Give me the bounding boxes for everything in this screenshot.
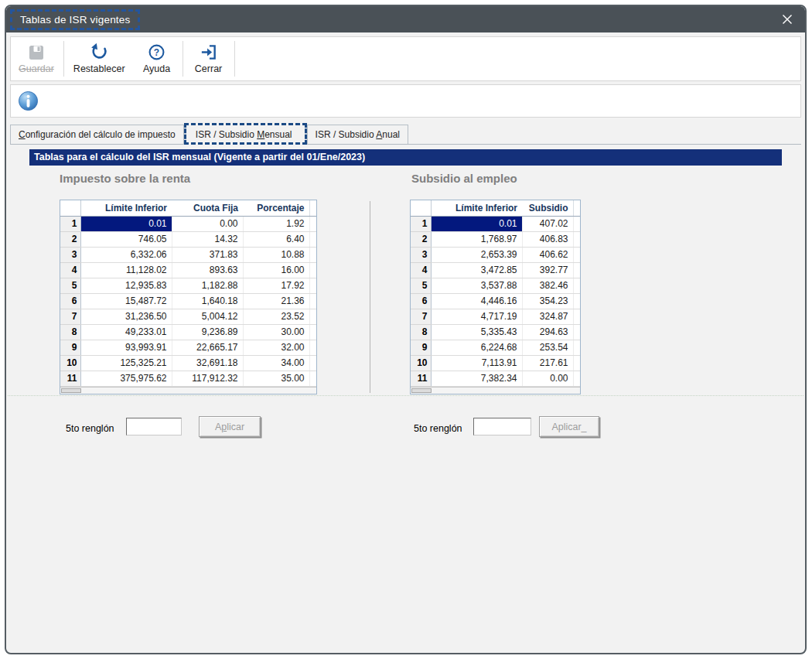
cell[interactable]: 294.63 (522, 324, 573, 340)
row-number[interactable]: 2 (60, 231, 80, 247)
isr-apply-button[interactable]: Aplicar (199, 416, 261, 437)
row-number[interactable]: 7 (60, 309, 80, 324)
horizontal-scrollbar[interactable] (411, 387, 580, 394)
filler-cell (309, 355, 316, 371)
cell[interactable]: 125,325.21 (80, 355, 172, 371)
row-number[interactable]: 9 (411, 340, 431, 355)
row-number[interactable]: 3 (60, 247, 80, 262)
cell[interactable]: 746.05 (80, 231, 172, 247)
cell[interactable]: 15,487.72 (80, 293, 172, 309)
filler-cell (309, 293, 316, 309)
close-window-button[interactable]: Cerrar (185, 37, 233, 80)
cell[interactable]: 117,912.32 (172, 371, 243, 386)
cell[interactable]: 30.00 (243, 324, 309, 340)
row-number[interactable]: 1 (411, 216, 431, 231)
cell[interactable]: 406.62 (522, 247, 573, 262)
cell[interactable]: 32,691.18 (172, 355, 243, 371)
cell[interactable]: 7,382.34 (431, 371, 522, 386)
cell[interactable]: 0.00 (172, 216, 243, 231)
row-number[interactable]: 4 (411, 262, 431, 278)
reset-button[interactable]: Restablecer (66, 37, 133, 80)
row-number[interactable]: 9 (60, 340, 80, 355)
cell[interactable]: 893.63 (172, 262, 243, 278)
cell[interactable]: 1,182.88 (172, 278, 243, 293)
row-number[interactable]: 2 (411, 231, 431, 247)
row-number[interactable]: 8 (411, 324, 431, 340)
isr-row-input[interactable] (126, 418, 182, 435)
cell[interactable]: 5,335.43 (431, 324, 522, 340)
column-header: Cuota Fija (172, 200, 243, 216)
cell[interactable]: 34.00 (243, 355, 309, 371)
row-number[interactable]: 6 (411, 293, 431, 309)
cell[interactable]: 371.83 (172, 247, 243, 262)
row-number[interactable]: 3 (411, 247, 431, 262)
tab-configuracion[interactable]: Configuración del cálculo de impuesto (10, 125, 184, 144)
cell[interactable]: 22,665.17 (172, 340, 243, 355)
cell[interactable]: 392.77 (522, 262, 573, 278)
cell[interactable]: 6.40 (243, 231, 309, 247)
cell[interactable]: 21.36 (243, 293, 309, 309)
cell[interactable]: 23.52 (243, 309, 309, 324)
cell[interactable]: 217.61 (522, 355, 573, 371)
scrollbar-thumb[interactable] (61, 388, 81, 393)
horizontal-scrollbar[interactable] (60, 387, 316, 394)
cell[interactable]: 12,935.83 (80, 278, 172, 293)
window-title: Tablas de ISR vigentes (10, 9, 140, 30)
cell[interactable]: 3,537.88 (431, 278, 522, 293)
subsidio-apply-button[interactable]: Aplicar_ (539, 416, 599, 437)
tab-isr-subsidio-anual[interactable]: ISR / Subsidio Anual (307, 125, 408, 144)
row-number[interactable]: 4 (60, 262, 80, 278)
cell[interactable]: 10.88 (243, 247, 309, 262)
row-number[interactable]: 1 (60, 216, 80, 231)
cell[interactable]: 382.46 (522, 278, 573, 293)
close-button[interactable] (780, 12, 794, 26)
row-number[interactable]: 5 (60, 278, 80, 293)
row-number[interactable]: 5 (411, 278, 431, 293)
cell[interactable]: 2,653.39 (431, 247, 522, 262)
cell[interactable]: 0.01 (431, 216, 522, 231)
save-button[interactable]: Guardar (11, 37, 62, 80)
row-number[interactable]: 10 (411, 355, 431, 371)
cell[interactable]: 1.92 (243, 216, 309, 231)
cell[interactable]: 6,224.68 (431, 340, 522, 355)
row-number[interactable]: 11 (411, 371, 431, 386)
cell[interactable]: 253.54 (522, 340, 573, 355)
cell[interactable]: 324.87 (522, 309, 573, 324)
row-number[interactable]: 7 (411, 309, 431, 324)
cell[interactable]: 11,128.02 (80, 262, 172, 278)
cell[interactable]: 3,472.85 (431, 262, 522, 278)
cell[interactable]: 0.01 (80, 216, 172, 231)
cell[interactable]: 1,768.97 (431, 231, 522, 247)
cell[interactable]: 375,975.62 (80, 371, 172, 386)
tab-label-part: ensual (264, 129, 292, 140)
cell[interactable]: 35.00 (243, 371, 309, 386)
help-button[interactable]: ? Ayuda (133, 37, 181, 80)
tab-isr-subsidio-mensual[interactable]: ISR / Subsidio Mensual (184, 123, 307, 145)
cell[interactable]: 4,717.19 (431, 309, 522, 324)
cell[interactable]: 4,446.16 (431, 293, 522, 309)
cell[interactable]: 14.32 (172, 231, 243, 247)
cell[interactable]: 407.02 (522, 216, 573, 231)
cell[interactable]: 5,004.12 (172, 309, 243, 324)
row-number[interactable]: 10 (60, 355, 80, 371)
cell[interactable]: 354.23 (522, 293, 573, 309)
cell[interactable]: 17.92 (243, 278, 309, 293)
row-number[interactable]: 6 (60, 293, 80, 309)
cell[interactable]: 7,113.91 (431, 355, 522, 371)
scrollbar-thumb[interactable] (411, 388, 432, 393)
subsidio-row-input[interactable] (473, 418, 531, 435)
cell[interactable]: 9,236.89 (172, 324, 243, 340)
cell[interactable]: 32.00 (243, 340, 309, 355)
cell[interactable]: 49,233.01 (80, 324, 172, 340)
cell[interactable]: 16.00 (243, 262, 309, 278)
isr-table: Límite Inferior Cuota Fija Porcentaje 10… (60, 200, 316, 387)
filler-cell (573, 324, 580, 340)
cell[interactable]: 1,640.18 (172, 293, 243, 309)
cell[interactable]: 31,236.50 (80, 309, 172, 324)
row-number[interactable]: 8 (60, 324, 80, 340)
cell[interactable]: 6,332.06 (80, 247, 172, 262)
cell[interactable]: 0.00 (522, 371, 573, 386)
cell[interactable]: 93,993.91 (80, 340, 172, 355)
cell[interactable]: 406.83 (522, 231, 573, 247)
row-number[interactable]: 11 (60, 371, 80, 386)
